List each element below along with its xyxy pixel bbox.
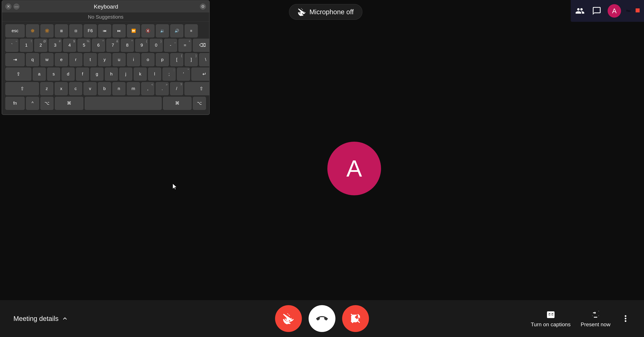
- key-next-track[interactable]: ⏩: [127, 24, 140, 38]
- key-period[interactable]: >.: [156, 82, 169, 95]
- key-brightness-down[interactable]: 🔅: [26, 24, 39, 38]
- key-fn[interactable]: fn: [5, 97, 25, 110]
- key-tab[interactable]: ⇥: [5, 53, 25, 66]
- captions-button[interactable]: Turn on captions: [531, 310, 570, 328]
- key-u[interactable]: u: [112, 53, 126, 66]
- key-6[interactable]: ^6: [92, 39, 105, 52]
- key-control[interactable]: ^: [26, 97, 39, 110]
- titlebar-controls[interactable]: ✕ —: [5, 4, 20, 10]
- meeting-details-button[interactable]: Meeting details: [14, 315, 68, 322]
- key-semicolon[interactable]: :;: [162, 68, 176, 81]
- key-launchpad[interactable]: ⊟: [69, 24, 82, 38]
- key-j[interactable]: j: [119, 68, 132, 81]
- key-0[interactable]: )0: [150, 39, 163, 52]
- key-9[interactable]: (9: [135, 39, 148, 52]
- fn-key-row: esc 🔅 🔆 ⊞ ⊟ F6 ⏮ ⏭ ⏩ 🔇 🔉 🔊 ≡: [5, 24, 206, 38]
- key-play-pause[interactable]: ⏭: [112, 24, 126, 38]
- key-q[interactable]: q: [26, 53, 39, 66]
- key-minus[interactable]: _-: [164, 39, 177, 52]
- key-comma[interactable]: <,: [141, 82, 154, 95]
- key-backslash[interactable]: |\: [199, 53, 210, 66]
- key-p[interactable]: p: [156, 53, 169, 66]
- key-mission-control[interactable]: ⊞: [55, 24, 68, 38]
- key-mute[interactable]: 🔇: [142, 24, 154, 38]
- key-d[interactable]: d: [62, 68, 75, 81]
- settings-button[interactable]: ⚙: [200, 4, 206, 10]
- key-command-right[interactable]: ⌘: [163, 97, 192, 110]
- key-o[interactable]: o: [142, 53, 154, 66]
- key-bracket-open[interactable]: {[: [170, 53, 183, 66]
- key-shift-left[interactable]: ⇧: [5, 82, 39, 95]
- key-capslock[interactable]: ⇪: [5, 68, 31, 81]
- key-f6[interactable]: F6: [84, 24, 97, 38]
- key-equals[interactable]: +=: [178, 39, 192, 52]
- key-prev-track[interactable]: ⏮: [98, 24, 111, 38]
- key-4[interactable]: $4: [63, 39, 76, 52]
- key-s[interactable]: s: [47, 68, 60, 81]
- key-backtick[interactable]: ~`: [5, 39, 18, 52]
- key-l[interactable]: l: [148, 68, 161, 81]
- key-1[interactable]: !1: [20, 39, 33, 52]
- key-t[interactable]: t: [84, 53, 97, 66]
- key-f[interactable]: f: [76, 68, 89, 81]
- key-enter[interactable]: ↵: [191, 68, 210, 81]
- svg-marker-0: [173, 184, 177, 190]
- mic-button[interactable]: [275, 305, 302, 332]
- close-button[interactable]: ✕: [5, 4, 12, 10]
- key-3[interactable]: #3: [49, 39, 62, 52]
- keyboard-window[interactable]: ✕ — Keyboard ⚙ No Suggestions esc 🔅 🔆 ⊞ …: [2, 0, 210, 115]
- bottom-controls: [275, 305, 369, 332]
- key-7[interactable]: &7: [106, 39, 120, 52]
- key-volume-up[interactable]: 🔊: [170, 24, 183, 38]
- top-bar: A You: [571, 0, 644, 22]
- key-h[interactable]: h: [105, 68, 118, 81]
- user-avatar-container[interactable]: A: [608, 4, 621, 18]
- chevron-up-icon: [61, 315, 68, 322]
- number-key-row: ~` !1 @2 #3 $4 %5 ^6 &7 *8 (9 )0 _- += ⌫: [5, 39, 206, 52]
- mic-off-banner: Microphone off: [289, 4, 362, 20]
- camera-button[interactable]: [342, 305, 369, 332]
- key-bracket-close[interactable]: }]: [185, 53, 198, 66]
- key-i[interactable]: i: [127, 53, 140, 66]
- key-v[interactable]: v: [84, 82, 96, 95]
- key-brightness-up[interactable]: 🔆: [40, 24, 54, 38]
- key-quote[interactable]: "': [177, 68, 190, 81]
- key-x[interactable]: x: [55, 82, 68, 95]
- key-r[interactable]: r: [69, 53, 82, 66]
- mic-off-icon: [298, 8, 306, 16]
- user-profile[interactable]: A: [608, 4, 621, 18]
- people-icon-button[interactable]: [574, 5, 586, 17]
- key-command-left[interactable]: ⌘: [55, 97, 83, 110]
- key-2[interactable]: @2: [34, 39, 47, 52]
- chat-icon-button[interactable]: [591, 5, 602, 17]
- key-n[interactable]: n: [112, 82, 126, 95]
- key-slash[interactable]: ?/: [170, 82, 183, 95]
- key-shift-right[interactable]: ⇧: [184, 82, 210, 95]
- minimize-button[interactable]: —: [14, 4, 20, 10]
- hangup-button[interactable]: [308, 305, 336, 332]
- more-options-button[interactable]: [620, 314, 630, 324]
- key-esc[interactable]: esc: [5, 24, 25, 38]
- key-space[interactable]: [85, 97, 162, 110]
- key-w[interactable]: w: [40, 53, 54, 66]
- key-k[interactable]: k: [134, 68, 147, 81]
- key-z[interactable]: z: [40, 82, 53, 95]
- key-b[interactable]: b: [98, 82, 111, 95]
- key-option-right[interactable]: ⌥: [193, 97, 206, 110]
- key-menu[interactable]: ≡: [185, 24, 198, 38]
- key-e[interactable]: e: [55, 53, 68, 66]
- key-m[interactable]: m: [127, 82, 140, 95]
- mouse-cursor: [173, 184, 178, 191]
- key-backspace[interactable]: ⌫: [193, 39, 210, 52]
- key-a[interactable]: a: [33, 68, 46, 81]
- notification-dot: [636, 8, 640, 12]
- key-5[interactable]: %5: [78, 39, 90, 52]
- key-volume-down[interactable]: 🔉: [156, 24, 169, 38]
- key-g[interactable]: g: [90, 68, 104, 81]
- keyboard-titlebar: ✕ — Keyboard ⚙: [2, 1, 209, 12]
- key-y[interactable]: y: [98, 53, 111, 66]
- present-now-button[interactable]: Present now: [580, 310, 610, 328]
- key-8[interactable]: *8: [121, 39, 134, 52]
- key-c[interactable]: c: [69, 82, 82, 95]
- key-option-left[interactable]: ⌥: [40, 97, 54, 110]
